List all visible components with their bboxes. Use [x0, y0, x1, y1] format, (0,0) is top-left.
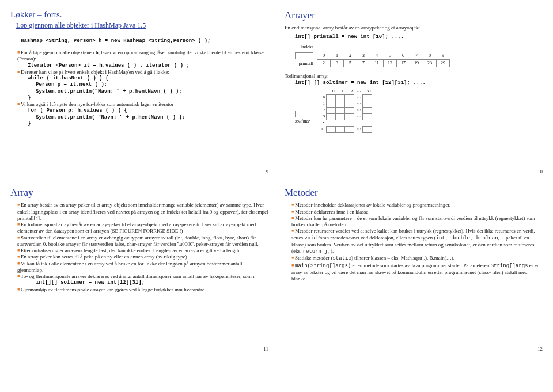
list-item: Gjennomløp av flerdimensjonale arrayer k… [17, 287, 268, 293]
list-item: Startverdien til elementene i en array e… [17, 235, 268, 248]
page-number: 12 [537, 346, 543, 352]
slide-title: Løkker – forts. [10, 9, 268, 20]
code-line: HashMap <String, Person> h = new HashMap… [21, 38, 268, 44]
intro-text: En endimensjonal array består av en arra… [285, 25, 543, 31]
slide-title: Metoder [285, 187, 543, 199]
slide-subtitle: Løp gjennom alle objekter i HashMap Java… [16, 21, 268, 30]
list-item: Vi kan også i 1.5 nytte den nye for-løkk… [17, 101, 268, 127]
list-item: En array består av en array-peker til et… [17, 202, 268, 222]
list-item: Vi kan få tak i alle elementene i en arr… [17, 261, 268, 274]
array-1d-figure: Indeks primtall 0123456789 2357111317192… [295, 44, 543, 68]
list-item: For å løpe gjennom alle objektene i h, l… [17, 50, 268, 69]
slide-12: Metoder Metoder inneholder deklarasjoner… [279, 182, 548, 355]
array-2d-table: 012⋯300⋯1⋯2⋯3⋯⋮11⋯ [317, 89, 372, 133]
list-item: Metoder returnerer verdier ved at selve … [291, 228, 543, 255]
slide-11: Array En array består av en array-peker … [5, 182, 274, 355]
list-item: Metoder deklareres inne i en klasse. [291, 209, 543, 215]
list-item: Etter initialisering er arrayens lengde … [17, 248, 268, 254]
slide-title: Array [10, 187, 268, 199]
page-number: 9 [266, 169, 269, 175]
list-item: To- og flerdimensjonale arrayer deklarer… [17, 273, 268, 287]
array-1d-table: 0123456789 2357111317192329 [317, 52, 450, 67]
page-number: 11 [263, 346, 268, 352]
code-line: int[] [] soltimer = new int [12][31]; ..… [295, 80, 543, 86]
list-item: main(String[]args) er en metode som star… [291, 262, 543, 283]
list-item: En array-peker kan settes til å peke på … [17, 254, 268, 260]
page-number: 10 [537, 169, 543, 175]
slide-10: Arrayer En endimensjonal array består av… [279, 5, 548, 177]
list-item: Statiske metoder (static) tilhører klass… [291, 255, 543, 262]
two-d-label: Todimensjonal array: [285, 73, 543, 79]
slide-9: Løkker – forts. Løp gjennom alle objekte… [5, 5, 274, 177]
list-item: En todimensjonal array består av en arra… [17, 222, 268, 235]
array-2d-figure: soltimer 012⋯300⋯1⋯2⋯3⋯⋮11⋯ [295, 89, 543, 133]
list-item: Deretter kan vi se på hvert enkelt objek… [17, 69, 268, 101]
code-line: int[] primtall = new int [10]; .... [295, 34, 543, 40]
list-item: Metoder kan ha parametere – de er som lo… [291, 215, 543, 229]
slide-title: Arrayer [285, 9, 543, 21]
list-item: Metoder inneholder deklarasjoner av loka… [291, 202, 543, 208]
